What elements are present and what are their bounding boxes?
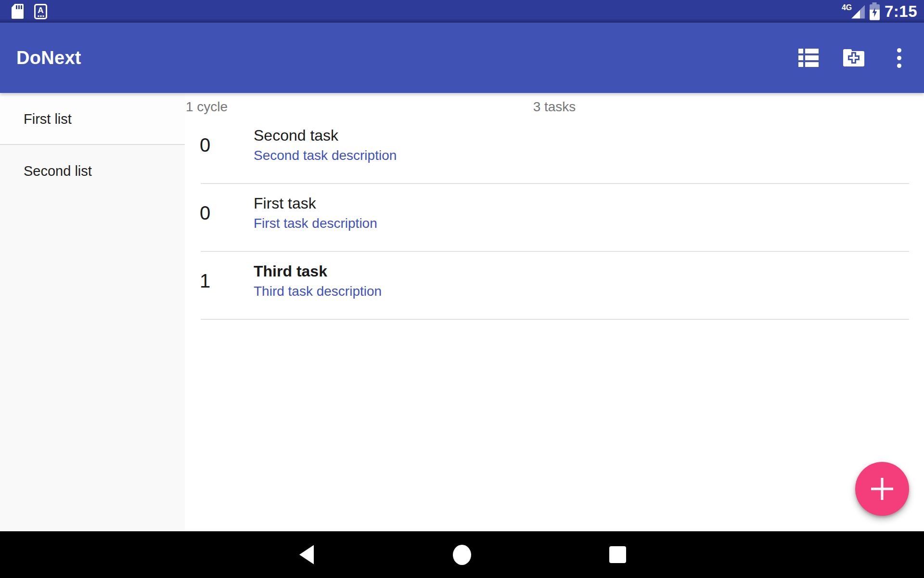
status-bar-notifications: A xyxy=(12,4,47,19)
task-list-header: 1 cycle 3 tasks xyxy=(185,93,924,116)
network-type-label: 4G xyxy=(842,3,852,12)
back-icon xyxy=(299,545,314,565)
sidebar-item-label: Second list xyxy=(24,163,92,179)
task-cycle-count: 0 xyxy=(193,202,217,224)
task-row[interactable]: 1 Third task Third task description xyxy=(185,252,924,320)
view-list-button[interactable] xyxy=(797,46,820,69)
add-task-fab[interactable] xyxy=(855,462,909,516)
keyboard-dots xyxy=(38,15,44,17)
nav-back-button[interactable] xyxy=(278,531,335,578)
app-bar-actions xyxy=(797,46,911,69)
app-title: DoNext xyxy=(16,48,81,68)
status-bar: A 4G 7:15 xyxy=(0,0,924,23)
lists-sidebar: First list Second list xyxy=(0,93,185,531)
signal-triangle-icon xyxy=(851,5,865,19)
app-bar: DoNext xyxy=(0,23,924,93)
task-row[interactable]: 0 Second task Second task description xyxy=(185,116,924,184)
more-options-icon xyxy=(897,48,901,68)
task-title: Third task xyxy=(254,263,327,280)
task-description: Third task description xyxy=(254,284,382,299)
cycle-count-label: 1 cycle xyxy=(186,99,228,115)
new-folder-button[interactable] xyxy=(842,46,865,69)
recents-icon xyxy=(609,546,626,563)
task-count-label: 3 tasks xyxy=(533,99,576,115)
keyboard-a-icon: A xyxy=(34,4,47,19)
nav-recents-button[interactable] xyxy=(589,531,646,578)
task-row[interactable]: 0 First task First task description xyxy=(185,184,924,252)
create-new-folder-icon xyxy=(843,49,864,66)
view-list-icon xyxy=(798,49,819,67)
plus-icon xyxy=(881,478,884,500)
task-description: First task description xyxy=(254,216,377,231)
task-title: First task xyxy=(254,195,316,212)
task-cycle-count: 1 xyxy=(193,270,217,292)
donext-app-screen: A 4G 7:15 DoNext xyxy=(0,0,924,578)
clock: 7:15 xyxy=(885,2,917,21)
keyboard-a-letter: A xyxy=(38,6,43,15)
overflow-menu-button[interactable] xyxy=(887,46,911,69)
status-bar-system: 4G 7:15 xyxy=(842,0,917,23)
sidebar-item-first-list[interactable]: First list xyxy=(0,93,185,145)
sd-card-icon xyxy=(12,4,24,19)
task-title: Second task xyxy=(254,127,338,144)
nav-home-button[interactable] xyxy=(433,531,491,578)
task-list-panel: 1 cycle 3 tasks 0 Second task Second tas… xyxy=(185,93,924,531)
task-description: Second task description xyxy=(254,148,397,163)
sidebar-item-second-list[interactable]: Second list xyxy=(0,145,185,197)
cell-signal-icon: 4G xyxy=(842,3,865,20)
sidebar-item-label: First list xyxy=(24,111,72,127)
task-list: 0 Second task Second task description 0 … xyxy=(185,116,924,320)
battery-charging-icon xyxy=(870,2,880,21)
android-nav-bar xyxy=(0,531,924,578)
task-cycle-count: 0 xyxy=(193,134,217,156)
home-icon xyxy=(453,545,471,565)
